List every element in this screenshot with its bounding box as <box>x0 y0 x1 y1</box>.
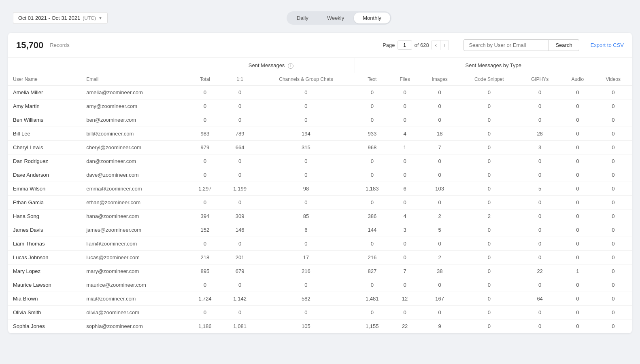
col-text: Text <box>355 73 389 85</box>
cell-channels: 315 <box>257 140 355 154</box>
cell-one-one: 1,081 <box>222 319 257 333</box>
cell-audio: 0 <box>561 237 595 250</box>
col-username: User Name <box>8 73 81 85</box>
cell-channels: 0 <box>257 278 355 292</box>
cell-images: 0 <box>420 237 459 250</box>
cell-email: maurice@zoomineer.com <box>81 278 187 292</box>
page-label: Page <box>383 42 395 48</box>
cell-total: 0 <box>187 154 222 168</box>
cell-images: 9 <box>420 319 459 333</box>
cell-audio: 0 <box>561 223 595 237</box>
cell-giphys: 0 <box>519 209 561 223</box>
cell-giphys: 0 <box>519 195 561 209</box>
cell-email: amy@zoomineer.com <box>81 99 187 113</box>
cell-giphys: 28 <box>519 127 561 140</box>
cell-images: 167 <box>420 292 459 305</box>
cell-giphys: 22 <box>519 264 561 278</box>
cell-code: 0 <box>459 237 519 250</box>
cell-code: 0 <box>459 223 519 237</box>
cell-videos: 0 <box>595 237 632 250</box>
cell-one-one: 0 <box>222 168 257 182</box>
search-input[interactable] <box>464 39 549 51</box>
tab-weekly[interactable]: Weekly <box>318 13 353 23</box>
cell-one-one: 1,142 <box>222 292 257 305</box>
period-tabs: Daily Weekly Monthly <box>287 11 391 25</box>
cell-files: 3 <box>389 223 420 237</box>
cell-giphys: 0 <box>519 278 561 292</box>
cell-one-one: 201 <box>222 250 257 264</box>
cell-code: 0 <box>459 278 519 292</box>
cell-one-one: 0 <box>222 195 257 209</box>
top-bar: Oct 01 2021 - Oct 31 2021 (UTC) ▼ Daily … <box>0 0 640 33</box>
cell-giphys: 0 <box>519 99 561 113</box>
cell-giphys: 0 <box>519 237 561 250</box>
cell-code: 0 <box>459 264 519 278</box>
cell-total: 0 <box>187 85 222 99</box>
cell-giphys: 0 <box>519 85 561 99</box>
cell-videos: 0 <box>595 223 632 237</box>
table-row: Hana Song hana@zoomineer.com 394 309 85 … <box>8 209 632 223</box>
cell-code: 0 <box>459 292 519 305</box>
cell-images: 5 <box>420 223 459 237</box>
page-of: of 628 <box>415 42 429 48</box>
col-one-one: 1:1 <box>222 73 257 85</box>
cell-username: Ethan Garcia <box>8 195 81 209</box>
cell-videos: 0 <box>595 195 632 209</box>
cell-text: 0 <box>355 168 389 182</box>
col-channels: Channels & Group Chats <box>257 73 355 85</box>
next-page-button[interactable]: › <box>440 40 449 50</box>
info-icon[interactable]: i <box>288 63 293 69</box>
cell-audio: 0 <box>561 127 595 140</box>
cell-files: 6 <box>389 182 420 195</box>
cell-one-one: 1,199 <box>222 182 257 195</box>
cell-one-one: 0 <box>222 113 257 127</box>
cell-channels: 0 <box>257 154 355 168</box>
cell-files: 0 <box>389 113 420 127</box>
cell-files: 0 <box>389 278 420 292</box>
table-row: Lucas Johnson lucas@zoomineer.com 218 20… <box>8 250 632 264</box>
tab-daily[interactable]: Daily <box>288 13 317 23</box>
records-label: Records <box>50 42 69 48</box>
group-header-sent-messages: Sent Messages i <box>187 58 355 73</box>
table-row: Dave Anderson dave@zoomineer.com 0 0 0 0… <box>8 168 632 182</box>
cell-audio: 0 <box>561 154 595 168</box>
cell-username: Hana Song <box>8 209 81 223</box>
cell-one-one: 679 <box>222 264 257 278</box>
cell-audio: 0 <box>561 319 595 333</box>
search-button[interactable]: Search <box>549 39 579 51</box>
cell-username: Bill Lee <box>8 127 81 140</box>
table-row: Cheryl Lewis cheryl@zoomineer.com 979 66… <box>8 140 632 154</box>
cell-total: 1,724 <box>187 292 222 305</box>
date-picker[interactable]: Oct 01 2021 - Oct 31 2021 (UTC) ▼ <box>13 12 108 24</box>
cell-channels: 0 <box>257 168 355 182</box>
page-input[interactable]: 1 <box>398 40 412 50</box>
export-csv-button[interactable]: Export to CSV <box>591 42 624 48</box>
col-images: Images <box>420 73 459 85</box>
cell-images: 7 <box>420 140 459 154</box>
col-audio: Audio <box>561 73 595 85</box>
cell-images: 0 <box>420 85 459 99</box>
cell-audio: 0 <box>561 99 595 113</box>
cell-videos: 0 <box>595 154 632 168</box>
cell-code: 0 <box>459 127 519 140</box>
cell-images: 0 <box>420 195 459 209</box>
table-row: Sophia Jones sophia@zoomineer.com 1,186 … <box>8 319 632 333</box>
cell-audio: 0 <box>561 140 595 154</box>
table-row: Maurice Lawson maurice@zoomineer.com 0 0… <box>8 278 632 292</box>
cell-files: 0 <box>389 237 420 250</box>
cell-total: 152 <box>187 223 222 237</box>
cell-videos: 0 <box>595 319 632 333</box>
cell-videos: 0 <box>595 264 632 278</box>
cell-channels: 216 <box>257 264 355 278</box>
cell-files: 12 <box>389 292 420 305</box>
cell-audio: 0 <box>561 209 595 223</box>
cell-giphys: 3 <box>519 140 561 154</box>
timezone-text: (UTC) <box>83 15 96 21</box>
cell-code: 0 <box>459 140 519 154</box>
cell-username: Olivia Smith <box>8 305 81 319</box>
cell-text: 1,183 <box>355 182 389 195</box>
cell-text: 0 <box>355 99 389 113</box>
prev-page-button[interactable]: ‹ <box>432 40 440 50</box>
cell-username: Dave Anderson <box>8 168 81 182</box>
tab-monthly[interactable]: Monthly <box>354 13 390 23</box>
